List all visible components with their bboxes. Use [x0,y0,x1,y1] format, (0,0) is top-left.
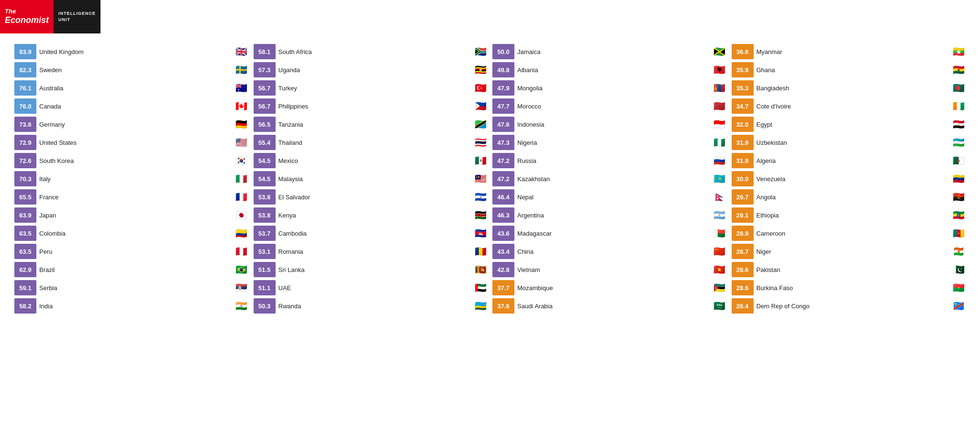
country-name: Brazil [39,266,232,273]
country-name: Russia [517,157,710,164]
flag-icon: 🇰🇷 [234,153,249,168]
table-row: 58.2India🇮🇳 [14,297,249,315]
country-name: Ghana [757,66,949,74]
flag-icon: 🇹🇷 [473,81,488,95]
score-badge: 51.1 [254,280,276,295]
country-name: Colombia [39,230,232,237]
column-4: 36.6Myanmar🇲🇲35.9Ghana🇬🇭35.3Bangladesh🇧🇩… [732,43,966,315]
column-3: 50.0Jamaica🇯🇲49.8Albania🇦🇱47.9Mongolia🇲🇳… [492,43,727,315]
score-badge: 72.6 [14,153,36,168]
score-badge: 54.5 [254,153,276,168]
flag-icon: 🇨🇮 [951,99,966,113]
flag-icon: 🇰🇭 [473,226,488,240]
flag-icon: 🇨🇲 [951,226,966,240]
score-badge: 53.7 [254,226,276,241]
country-name: Madagascar [517,230,710,237]
country-name: Dem Rep of Congo [757,303,949,310]
table-row: 53.1Romania🇷🇴 [254,243,488,260]
flag-icon: 🇲🇲 [951,44,966,59]
score-badge: 82.3 [14,62,36,77]
score-badge: 42.8 [492,262,514,277]
score-badge: 55.4 [254,135,276,150]
flag-icon: 🇨🇴 [234,226,249,240]
flag-icon: 🇦🇴 [951,190,966,204]
country-name: Sri Lanka [278,266,471,273]
flag-icon: 🇫🇷 [234,190,249,204]
country-name: UAE [278,284,471,292]
table-row: 72.6South Korea🇰🇷 [14,152,249,169]
score-badge: 56.7 [254,80,276,96]
flag-icon: 🇺🇿 [951,135,966,150]
score-badge: 51.5 [254,262,276,277]
country-name: Burkina Faso [757,284,949,292]
table-row: 76.1Australia🇦🇺 [14,79,249,97]
country-name: United States [39,139,232,146]
country-name: Albania [517,66,710,74]
header: The Economist INTELLIGENCE UNIT [0,0,980,33]
flag-icon: 🇬🇧 [234,44,249,59]
flag-icon: 🇰🇪 [473,208,488,222]
flag-icon: 🇹🇭 [473,135,488,150]
table-row: 46.4Nepal🇳🇵 [492,188,727,206]
country-name: Vietnam [517,266,710,273]
score-badge: 53.1 [254,244,276,259]
table-row: 62.9Brazil🇧🇷 [14,261,249,278]
score-badge: 47.2 [492,171,514,186]
table-row: 31.9Uzbekistan🇺🇿 [732,134,966,151]
score-badge: 28.7 [732,244,754,259]
score-badge: 37.6 [492,298,514,314]
score-badge: 47.7 [492,98,514,114]
score-badge: 53.8 [254,189,276,205]
country-name: Philippines [278,103,471,110]
country-name: Kenya [278,212,471,219]
score-badge: 57.3 [254,62,276,77]
the-label: The [5,8,49,15]
country-name: France [39,194,232,201]
score-badge: 56.5 [254,117,276,132]
score-badge: 28.6 [732,262,754,277]
country-name: China [517,248,710,255]
country-name: Mozambique [517,284,710,292]
score-badge: 26.4 [732,298,754,314]
score-badge: 34.7 [732,98,754,114]
country-name: Bangladesh [757,85,949,92]
table-row: 56.5Tanzania🇹🇿 [254,116,488,133]
table-row: 37.7Mozambique🇲🇿 [492,279,727,296]
table-row: 59.1Serbia🇷🇸 [14,279,249,296]
country-name: El Salvador [278,194,471,201]
country-name: Argentina [517,212,710,219]
score-badge: 47.9 [492,80,514,96]
country-name: Thailand [278,139,471,146]
table-row: 63.5Peru🇵🇪 [14,243,249,260]
table-row: 29.1Ethiopia🇪🇹 [732,206,966,224]
country-name: Nepal [517,194,710,201]
table-row: 54.5Mexico🇲🇽 [254,152,488,169]
table-row: 51.5Sri Lanka🇱🇰 [254,261,488,278]
score-badge: 70.3 [14,171,36,186]
country-name: Mongolia [517,85,710,92]
flag-icon: 🇯🇵 [234,208,249,222]
flag-icon: 🇷🇴 [473,244,488,259]
country-name: Pakistan [757,266,949,273]
column-2: 58.1South Africa🇿🇦57.3Uganda🇺🇬56.7Turkey… [254,43,488,315]
score-badge: 59.1 [14,280,36,295]
table-row: 30.0Venezuela🇻🇪 [732,170,966,187]
score-badge: 76.0 [14,98,36,114]
table-row: 63.9Japan🇯🇵 [14,206,249,224]
score-badge: 73.6 [14,117,36,132]
country-name: Tanzania [278,121,471,128]
score-badge: 35.3 [732,80,754,96]
table-row: 28.7Niger🇳🇪 [732,243,966,260]
country-name: Rwanda [278,303,471,310]
score-badge: 46.4 [492,189,514,205]
intelligence-label: INTELLIGENCE [58,11,96,17]
flag-icon: 🇦🇺 [234,81,249,95]
table-row: 36.6Myanmar🇲🇲 [732,43,966,60]
flag-icon: 🇷🇸 [234,281,249,295]
score-badge: 35.9 [732,62,754,77]
score-badge: 63.5 [14,244,36,259]
flag-icon: 🇧🇩 [951,81,966,95]
flag-icon: 🇸🇦 [713,299,727,313]
flag-icon: 🇲🇿 [713,281,727,295]
table-row: 29.7Angola🇦🇴 [732,188,966,206]
